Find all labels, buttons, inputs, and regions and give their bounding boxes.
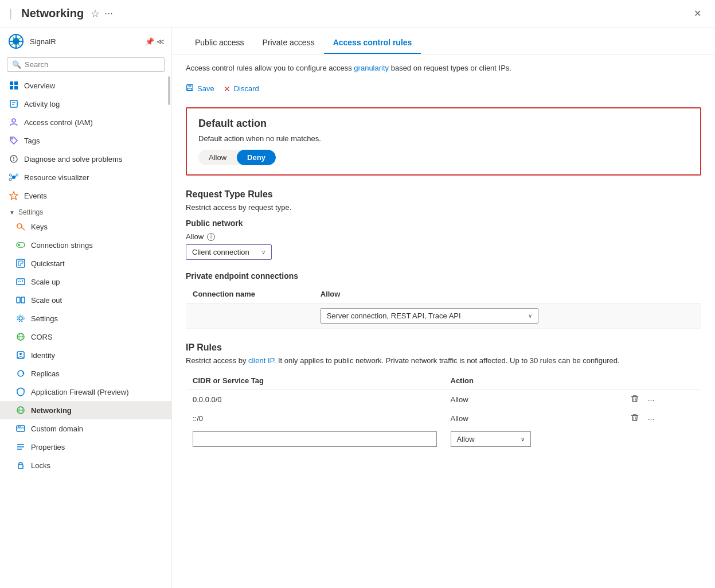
- settings-section[interactable]: ▼ Settings: [0, 205, 171, 217]
- nav-item-cors[interactable]: CORS: [0, 328, 171, 346]
- more-icon[interactable]: ···: [104, 7, 113, 20]
- public-network-dropdown[interactable]: Client connection ∨: [186, 244, 272, 260]
- tab-public-access[interactable]: Public access: [186, 32, 253, 54]
- svg-rect-4: [14, 81, 18, 85]
- nav-label-cors: CORS: [31, 333, 53, 341]
- save-label: Save: [197, 84, 214, 93]
- toggle-deny-option[interactable]: Deny: [237, 150, 276, 165]
- allow-label-public: Allow i: [186, 232, 701, 241]
- col-connection-name: Connection name: [186, 285, 314, 303]
- favorite-icon[interactable]: ☆: [91, 7, 100, 20]
- allow-dropdown[interactable]: Server connection, REST API, Trace API ∨: [321, 308, 538, 324]
- nav-item-settings[interactable]: Settings: [0, 309, 171, 328]
- nav-label-networking: Networking: [31, 406, 72, 415]
- nav-item-replicas[interactable]: Replicas: [0, 364, 171, 383]
- cidr-cell-0: 0.0.0.0/0: [186, 390, 444, 410]
- svg-point-14: [13, 160, 14, 161]
- allow-dropdown-cell[interactable]: Server connection, REST API, Trace API ∨: [314, 303, 701, 329]
- sidebar-header: SignalR 📌 ≪: [0, 28, 171, 55]
- nav-item-activity-log[interactable]: Activity log: [0, 95, 171, 113]
- delete-row-1-button[interactable]: [628, 412, 641, 425]
- cors-icon: [16, 332, 25, 341]
- svg-marker-22: [10, 192, 18, 200]
- scale-up-icon: [16, 277, 25, 286]
- nav-label-properties: Properties: [31, 443, 65, 451]
- table-row: Server connection, REST API, Trace API ∨: [186, 303, 701, 329]
- granularity-link[interactable]: granularity: [354, 64, 389, 72]
- new-action-chevron-icon: ∨: [521, 436, 525, 442]
- toggle-allow-option[interactable]: Allow: [198, 150, 237, 165]
- nav-item-connection-strings[interactable]: Connection strings: [0, 236, 171, 254]
- nav-item-scale-out[interactable]: Scale out: [0, 291, 171, 309]
- nav-item-scale-up[interactable]: Scale up: [0, 272, 171, 291]
- more-row-1-button[interactable]: ···: [646, 413, 657, 425]
- new-action-cell[interactable]: Allow ∨: [444, 428, 622, 450]
- new-action-dropdown[interactable]: Allow ∨: [451, 431, 531, 447]
- nav-item-identity[interactable]: Identity: [0, 346, 171, 364]
- nav-label-custom-domain: Custom domain: [31, 425, 83, 433]
- nav-label-replicas: Replicas: [31, 369, 60, 378]
- tags-icon: [9, 136, 18, 145]
- nav-item-networking[interactable]: Networking: [0, 401, 171, 419]
- nav-item-resource-vis[interactable]: Resource visualizer: [0, 168, 171, 186]
- request-type-rules-section: Request Type Rules Restrict access by re…: [186, 189, 701, 329]
- nav-item-app-firewall[interactable]: Application Firewall (Preview): [0, 383, 171, 401]
- svg-rect-33: [21, 297, 25, 303]
- tab-private-access[interactable]: Private access: [253, 32, 324, 54]
- nav-item-overview[interactable]: Overview: [0, 76, 171, 95]
- diagnose-icon: [9, 154, 18, 163]
- pin-icon[interactable]: 📌: [145, 37, 154, 46]
- svg-point-49: [19, 426, 21, 427]
- client-ip-link[interactable]: client IP: [248, 356, 274, 365]
- nav-label-locks: Locks: [31, 461, 50, 470]
- private-endpoint-title: Private endpoint connections: [186, 271, 701, 281]
- private-endpoint-subsection: Private endpoint connections Connection …: [186, 271, 701, 329]
- new-cidr-cell[interactable]: [186, 428, 444, 450]
- svg-point-48: [18, 426, 19, 427]
- save-button[interactable]: Save: [186, 81, 214, 96]
- app-name: SignalR: [30, 37, 56, 46]
- more-row-0-button[interactable]: ···: [646, 394, 657, 406]
- nav-label-keys: Keys: [31, 223, 48, 231]
- nav-label-settings: Settings: [31, 314, 58, 323]
- allow-value: Server connection, REST API, Trace API: [327, 311, 461, 320]
- tab-access-control-rules[interactable]: Access control rules: [324, 32, 421, 54]
- nav-item-events[interactable]: Events: [0, 186, 171, 205]
- networking-icon: [16, 406, 25, 415]
- info-icon-public[interactable]: i: [207, 233, 215, 241]
- replicas-icon: [16, 369, 25, 378]
- locks-icon: [16, 461, 25, 470]
- svg-point-34: [19, 317, 22, 320]
- svg-rect-53: [18, 465, 23, 469]
- trash-icon: [631, 395, 639, 403]
- delete-row-0-button[interactable]: [628, 394, 641, 406]
- collapse-icon[interactable]: ≪: [157, 37, 165, 46]
- content-area: Public access Private access Access cont…: [172, 28, 715, 588]
- nav-label-scale-up: Scale up: [31, 278, 60, 286]
- nav-label-tags: Tags: [24, 137, 40, 145]
- nav-item-custom-domain[interactable]: Custom domain: [0, 419, 171, 438]
- nav-item-locks[interactable]: Locks: [0, 456, 171, 474]
- new-cidr-input[interactable]: [193, 431, 437, 447]
- discard-button[interactable]: ✕ Discard: [224, 82, 259, 96]
- connection-name-cell: [186, 303, 314, 329]
- ip-rules-desc: Restrict access by client IP. It only ap…: [186, 356, 701, 365]
- nav-item-tags[interactable]: Tags: [0, 131, 171, 150]
- identity-icon: [16, 351, 25, 360]
- default-action-description: Default action when no rule matches.: [198, 134, 689, 143]
- close-icon[interactable]: ✕: [689, 6, 706, 21]
- nav-item-quickstart[interactable]: Quickstart: [0, 254, 171, 272]
- default-action-toggle[interactable]: Allow Deny: [198, 150, 276, 165]
- svg-point-11: [11, 138, 13, 140]
- nav-label-quickstart: Quickstart: [31, 259, 65, 268]
- sidebar: SignalR 📌 ≪ 🔍 Overview Activity log: [0, 28, 172, 588]
- nav-item-properties[interactable]: Properties: [0, 438, 171, 456]
- nav-item-keys[interactable]: Keys: [0, 217, 171, 236]
- nav-item-diagnose[interactable]: Diagnose and solve problems: [0, 150, 171, 168]
- new-actions-cell: [622, 428, 701, 450]
- search-input[interactable]: [25, 60, 159, 69]
- nav-item-access-control[interactable]: Access control (IAM): [0, 113, 171, 131]
- divider-bar: |: [9, 7, 12, 20]
- private-endpoint-table: Connection name Allow: [186, 285, 701, 329]
- col-action: Action: [444, 372, 622, 390]
